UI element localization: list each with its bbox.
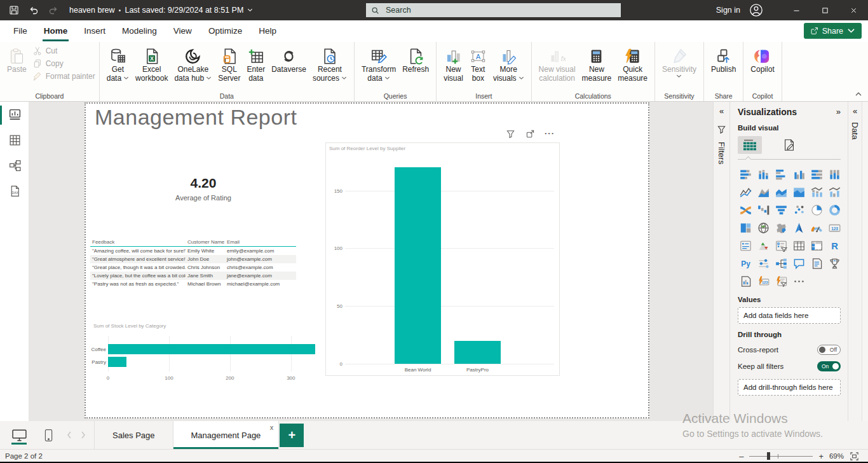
visual-stacked-column-chart-icon[interactable] — [756, 167, 771, 182]
table-row[interactable]: "Lovely place, but the coffee was a bit … — [90, 272, 296, 280]
visual-new-slicer-icon[interactable] — [773, 273, 789, 289]
table-row[interactable]: "Amazing coffee, will come back for sure… — [90, 247, 296, 255]
filters-pane-label[interactable]: Filters — [717, 142, 726, 164]
ribbon-refresh-button[interactable]: Refresh — [399, 45, 432, 74]
menu-item-view[interactable]: View — [165, 20, 200, 42]
column-bean-world[interactable] — [395, 167, 441, 364]
document-title-area[interactable]: heaven brew • Last saved: 9/29/2024 at 8… — [69, 6, 253, 15]
visual-kpi-icon[interactable] — [756, 238, 771, 253]
visual-line-and-stacked-column-chart-icon[interactable] — [809, 184, 824, 200]
cross-report-toggle[interactable]: Off — [817, 345, 841, 355]
collapse-visualizations-icon[interactable]: » — [836, 107, 841, 116]
visual-line-chart-icon[interactable] — [738, 184, 753, 200]
zoom-slider-thumb[interactable] — [767, 452, 770, 460]
visual-metrics-icon[interactable] — [827, 256, 842, 271]
format-visual-tab[interactable] — [777, 136, 801, 154]
ribbon-get-data-button[interactable]: Getdata — [104, 45, 132, 83]
ribbon-dataverse-button[interactable]: Dataverse — [268, 45, 309, 74]
sidebar-report-view-button[interactable] — [0, 102, 29, 127]
sidebar-table-view-button[interactable] — [0, 127, 29, 153]
bar-pastry[interactable] — [108, 357, 126, 367]
visual-stacked-area-chart-icon[interactable] — [773, 184, 789, 200]
undo-icon[interactable] — [28, 4, 39, 16]
column-pastrypro[interactable] — [454, 341, 501, 364]
visual-treemap-icon[interactable] — [738, 220, 753, 235]
share-button[interactable]: Share — [804, 23, 862, 39]
expand-filters-icon[interactable]: « — [719, 107, 724, 116]
table-header-2[interactable]: Email — [225, 239, 295, 245]
visual-funnel-chart-icon[interactable] — [773, 202, 789, 218]
sidebar-dax-query-view-button[interactable]: DAX — [0, 178, 29, 204]
more-options-icon[interactable]: ··· — [545, 128, 555, 139]
menu-item-insert[interactable]: Insert — [76, 20, 114, 42]
desktop-layout-button[interactable] — [5, 421, 33, 449]
mobile-layout-button[interactable] — [34, 421, 62, 449]
report-canvas[interactable]: Management Report 4.20 Average of Rating… — [29, 102, 713, 421]
visual-stacked-bar-chart-icon[interactable] — [738, 167, 753, 182]
data-pane-label[interactable]: Data — [850, 122, 860, 139]
table-header-0[interactable]: Feedback — [90, 239, 186, 245]
table-row[interactable]: "Great place, though it was a bit crowde… — [90, 263, 296, 272]
expand-data-icon[interactable]: « — [853, 107, 857, 116]
visual-azure-map-icon[interactable] — [791, 220, 806, 235]
account-icon[interactable] — [749, 3, 763, 17]
build-visual-tab[interactable] — [738, 136, 762, 154]
menu-item-optimize[interactable]: Optimize — [200, 20, 250, 42]
menu-item-home[interactable]: Home — [36, 20, 76, 42]
bar-coffee[interactable] — [108, 344, 315, 354]
focus-mode-icon[interactable] — [525, 128, 535, 139]
close-button[interactable] — [839, 0, 868, 20]
menu-item-modeling[interactable]: Modeling — [114, 20, 165, 42]
ribbon-quick-measure-button[interactable]: Quickmeasure — [614, 45, 651, 83]
visual-clustered-column-chart-icon[interactable] — [791, 167, 806, 182]
table-row[interactable]: "Pastry was not as fresh as expected."Mi… — [90, 280, 296, 288]
zoom-out-button[interactable]: – — [739, 452, 743, 461]
ribbon-transform-data-button[interactable]: Transformdata — [358, 45, 399, 83]
visual-paginated-report-icon[interactable] — [738, 273, 753, 289]
menu-item-file[interactable]: File — [5, 20, 36, 42]
visual-donut-chart-icon[interactable] — [827, 202, 842, 218]
sign-in-button[interactable]: Sign in — [716, 6, 740, 15]
visual-qa-visual-icon[interactable] — [791, 256, 806, 271]
table-visual-feedback[interactable]: FeedbackCustomer NameEmail"Amazing coffe… — [90, 237, 296, 288]
table-header-1[interactable]: Customer Name — [186, 239, 225, 245]
save-icon[interactable] — [8, 4, 20, 16]
visual-hundred-stacked-area-chart-icon[interactable] — [791, 184, 806, 200]
ribbon-excel-workbook-button[interactable]: XExcelworkbook — [132, 45, 171, 83]
keep-all-filters-toggle[interactable]: On — [817, 361, 841, 371]
visual-decomposition-tree-icon[interactable] — [773, 256, 789, 271]
visual-multi-row-card-icon[interactable] — [738, 238, 753, 253]
visual-key-influencers-icon[interactable] — [756, 256, 771, 271]
ribbon-publish-button[interactable]: Publish — [708, 45, 739, 74]
close-page-icon[interactable]: x — [270, 424, 274, 431]
visual-smart-narrative-icon[interactable] — [809, 256, 824, 271]
minimize-button[interactable] — [782, 0, 811, 20]
search-input[interactable] — [384, 5, 616, 15]
maximize-button[interactable] — [811, 0, 839, 20]
visual-filled-map-icon[interactable] — [773, 220, 789, 235]
collapse-ribbon-icon[interactable] — [854, 89, 863, 97]
menu-item-help[interactable]: Help — [250, 20, 285, 42]
vertical-scrollbar[interactable] — [862, 102, 868, 421]
visual-table-icon[interactable] — [791, 238, 806, 253]
visual-map-icon[interactable] — [756, 220, 771, 235]
ribbon-new-measure-button[interactable]: Newmeasure — [579, 45, 615, 83]
card-visual-average-rating[interactable]: 4.20 Average of Rating — [140, 176, 267, 202]
visual-r-script-visual-icon[interactable]: R — [827, 238, 842, 253]
ribbon-onelake-data-hub-button[interactable]: OneLakedata hub — [171, 45, 215, 83]
zoom-in-button[interactable]: + — [818, 452, 824, 461]
visual-gauge-icon[interactable] — [809, 220, 824, 235]
visual-matrix-icon[interactable] — [809, 238, 824, 253]
new-page-button[interactable]: + — [280, 424, 304, 447]
visual-more-visuals-icon[interactable] — [791, 273, 806, 289]
visual-clustered-bar-chart-icon[interactable] — [773, 167, 789, 182]
visual-slicer-icon[interactable] — [773, 238, 789, 253]
page-tab-sales-page[interactable]: Sales Page — [95, 421, 173, 449]
sidebar-model-view-button[interactable] — [0, 153, 29, 178]
ribbon-more-visuals-button[interactable]: Morevisuals — [490, 45, 527, 83]
ribbon-sql-server-button[interactable]: SQLServer — [215, 45, 243, 83]
ribbon-new-visual-button[interactable]: Newvisual — [440, 45, 466, 83]
visual-ribbon-chart-icon[interactable] — [738, 202, 753, 218]
column-chart-reorder-by-supplier[interactable]: Sum of Reorder Level by Supplier 0501001… — [325, 142, 560, 376]
values-field-well[interactable]: Add data fields here — [738, 307, 841, 324]
